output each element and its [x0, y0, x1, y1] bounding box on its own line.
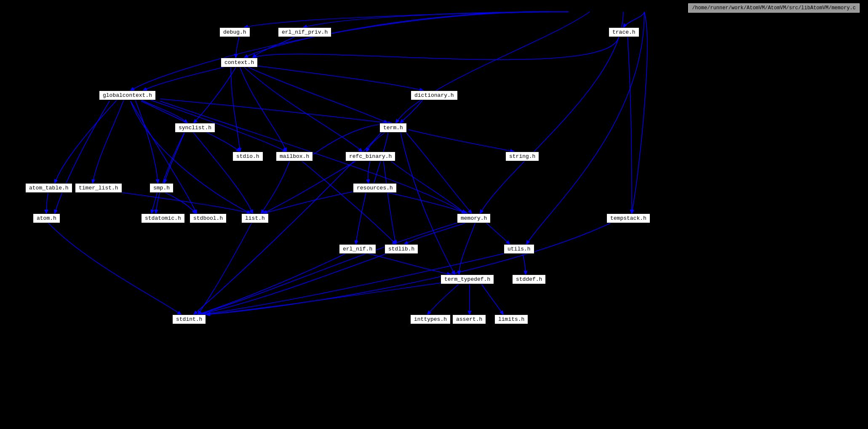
- node-inttypes-h[interactable]: inttypes.h: [410, 314, 451, 324]
- node-context-h[interactable]: context.h: [221, 58, 258, 67]
- node-list-h[interactable]: list.h: [241, 213, 269, 223]
- node-limits-h[interactable]: limits.h: [494, 314, 528, 324]
- node-memory-h[interactable]: memory.h: [457, 213, 491, 223]
- node-globalcontext-h[interactable]: globalcontext.h: [99, 91, 156, 100]
- node-erl-nif-h[interactable]: erl_nif.h: [339, 244, 376, 254]
- node-resources-h[interactable]: resources.h: [353, 183, 397, 193]
- node-tempstack-h[interactable]: tempstack.h: [606, 213, 650, 223]
- node-stdlib-h[interactable]: stdlib.h: [385, 244, 418, 254]
- node-utils-h[interactable]: utils.h: [504, 244, 534, 254]
- node-stddef-h[interactable]: stddef.h: [512, 274, 546, 284]
- node-stdio-h[interactable]: stdio.h: [232, 152, 263, 161]
- node-timer-list-h[interactable]: timer_list.h: [75, 183, 122, 193]
- node-term-typedef-h[interactable]: term_typedef.h: [441, 274, 494, 284]
- node-string-h[interactable]: string.h: [505, 152, 539, 161]
- node-atom-h[interactable]: atom.h: [33, 213, 60, 223]
- node-refc-binary-h[interactable]: refc_binary.h: [345, 152, 395, 161]
- file-title: /home/runner/work/AtomVM/AtomVM/src/libA…: [688, 3, 860, 13]
- node-smp-h[interactable]: smp.h: [150, 183, 174, 193]
- node-debug-h[interactable]: debug.h: [219, 27, 250, 37]
- dependency-graph: [0, 0, 868, 429]
- node-stdint-h[interactable]: stdint.h: [172, 314, 206, 324]
- node-stdbool-h[interactable]: stdbool.h: [190, 213, 227, 223]
- node-stdatomic-h[interactable]: stdatomic.h: [141, 213, 185, 223]
- node-erl-nif-priv-h[interactable]: erl_nif_priv.h: [278, 27, 331, 37]
- node-trace-h[interactable]: trace.h: [609, 27, 639, 37]
- node-assert-h[interactable]: assert.h: [452, 314, 486, 324]
- node-synclist-h[interactable]: synclist.h: [175, 123, 215, 133]
- node-mailbox-h[interactable]: mailbox.h: [276, 152, 313, 161]
- node-dictionary-h[interactable]: dictionary.h: [411, 91, 458, 100]
- node-term-h[interactable]: term.h: [379, 123, 407, 133]
- node-atom-table-h[interactable]: atom_table.h: [25, 183, 72, 193]
